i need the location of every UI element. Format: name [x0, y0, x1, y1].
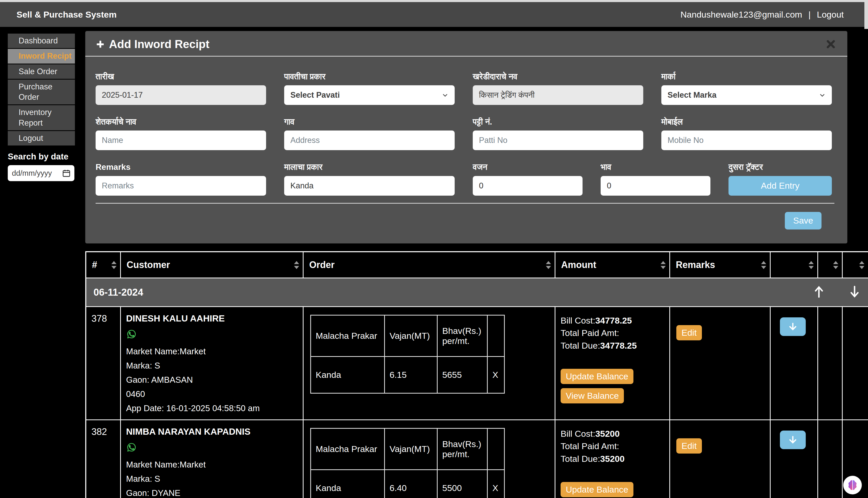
sort-icon	[859, 261, 864, 269]
scrollbar-thumb[interactable]	[864, 2, 868, 29]
order-prakar: Kanda	[311, 470, 385, 498]
order-col-vajan: Vajan(MT)	[385, 315, 437, 357]
view-balance-button[interactable]: View Balance	[561, 388, 624, 403]
sr-number: 378	[92, 313, 107, 324]
download-arrow-button[interactable]	[780, 317, 806, 336]
receipt-code: 0460	[126, 389, 298, 399]
patti-no-label: पट्टी नं.	[473, 117, 643, 126]
whatsapp-icon[interactable]	[126, 329, 137, 340]
row-378-remarks: Edit	[670, 307, 770, 419]
sidebar-item-purchase-order[interactable]: Purchase Order	[8, 80, 75, 105]
vajan-input[interactable]	[473, 176, 583, 196]
sidebar-item-logout[interactable]: Logout	[8, 131, 75, 145]
sidebar-item-inventory-report[interactable]: Inventory Report	[8, 105, 75, 130]
dusra-tractor-label: दुसरा ट्रॅक्टर	[729, 162, 832, 172]
column-header-actions-3[interactable]	[843, 252, 868, 277]
bhav-input[interactable]	[601, 176, 710, 196]
sort-icon	[111, 261, 117, 269]
mobile-label: मोबाईल	[661, 117, 832, 126]
add-entry-button[interactable]: Add Entry	[729, 176, 832, 196]
buyer-input[interactable]	[473, 85, 643, 105]
row-378-sr: 378	[86, 307, 120, 419]
arrow-down-icon[interactable]	[849, 285, 860, 299]
bill-cost-value: 34778.25	[595, 316, 632, 325]
logout-link[interactable]: Logout	[817, 10, 844, 19]
close-icon[interactable]	[826, 39, 836, 49]
row-382-spacer-1	[818, 420, 842, 498]
header-label: #	[92, 260, 97, 270]
column-header-amount[interactable]: Amount	[556, 252, 669, 277]
calendar-icon[interactable]	[62, 169, 71, 178]
pavati-label: पावतीचा प्रकार	[284, 72, 455, 81]
order-col-vajan: Vajan(MT)	[385, 429, 437, 470]
marka: Marka: S	[126, 361, 298, 370]
farmer-name-input[interactable]	[96, 131, 266, 150]
app-title: Sell & Purchase System	[16, 10, 117, 19]
add-inword-recipt-panel: Add Inword Recipt तारीख पावतीचा प्रकार S…	[85, 31, 847, 244]
pavati-select[interactable]: Select Pavati	[284, 85, 455, 105]
order-vajan: 6.40	[385, 470, 437, 498]
customer-name: DINESH KALU AAHIRE	[126, 313, 298, 324]
edit-button[interactable]: Edit	[676, 325, 702, 340]
top-navbar: Sell & Purchase System Nandushewale123@g…	[0, 2, 864, 27]
patti-no-input[interactable]	[473, 131, 643, 150]
order-col-remove	[488, 429, 505, 470]
pavati-selected-value: Select Pavati	[290, 90, 340, 100]
column-header-actions-1[interactable]	[771, 252, 817, 277]
remarks-input[interactable]	[96, 176, 266, 196]
remove-order-line-button[interactable]: X	[488, 470, 505, 498]
sidebar-item-dashboard[interactable]: Dashboard	[8, 34, 75, 48]
sidebar-item-sale-order[interactable]: Sale Order	[8, 64, 75, 79]
inword-recipt-table: # Customer Order Amount Remarks 06-11-20…	[85, 251, 868, 498]
search-by-date-label: Search by date	[8, 152, 75, 161]
date-group-row: 06-11-2024	[86, 278, 868, 306]
header-label: Order	[309, 260, 335, 270]
column-header-sr[interactable]: #	[86, 252, 120, 277]
date-placeholder: dd/mm/yyyy	[12, 169, 52, 178]
gaon: Gaon: DYANE	[126, 488, 298, 498]
remove-order-line-button[interactable]: X	[488, 357, 505, 393]
gaon-input[interactable]	[284, 131, 455, 150]
update-balance-button[interactable]: Update Balance	[561, 482, 633, 497]
extension-badge[interactable]	[843, 476, 862, 494]
row-378-order: Malacha Prakar Vajan(MT) Bhav(Rs.) per/m…	[304, 307, 555, 419]
column-header-order[interactable]: Order	[304, 252, 555, 277]
marka: Marka: S	[126, 474, 298, 484]
sort-icon	[294, 261, 299, 269]
order-bhav: 5500	[437, 470, 488, 498]
sidebar-item-inword-recipt[interactable]: Inword Recipt	[8, 49, 75, 63]
bill-cost-value: 35200	[595, 429, 620, 438]
update-balance-button[interactable]: Update Balance	[561, 369, 633, 384]
mobile-input[interactable]	[661, 131, 832, 150]
download-arrow-button[interactable]	[780, 431, 806, 449]
market-name: Market Name:Market	[126, 460, 298, 470]
sort-icon	[660, 261, 666, 269]
arrow-up-icon[interactable]	[813, 285, 825, 299]
sort-icon	[809, 261, 814, 269]
column-header-customer[interactable]: Customer	[121, 252, 303, 277]
window-top-edge	[0, 0, 868, 2]
vajan-label: वजन	[473, 162, 583, 172]
panel-title-text: Add Inword Recipt	[109, 38, 210, 51]
save-button[interactable]: Save	[785, 212, 822, 230]
sidebar: Dashboard Inword Recipt Sale Order Purch…	[8, 34, 75, 181]
row-382-expand	[771, 420, 817, 498]
column-header-remarks[interactable]: Remarks	[670, 252, 770, 277]
header-label: Customer	[126, 260, 170, 270]
header-label: Amount	[561, 260, 596, 270]
whatsapp-icon[interactable]	[126, 442, 137, 453]
mal-prakar-input[interactable]	[284, 176, 455, 196]
tarikh-input[interactable]	[96, 85, 266, 105]
buyer-label: खरेडीदाराचे नव	[473, 72, 643, 81]
farmer-name-label: शेतकर्याचे नाव	[96, 117, 266, 126]
row-382-customer: NIMBA NARAYAN KAPADNIS Market Name:Marke…	[121, 420, 303, 498]
edit-button[interactable]: Edit	[676, 438, 702, 454]
total-due-line: Total Due:34778.25	[561, 339, 664, 352]
marka-select[interactable]: Select Marka	[661, 85, 832, 105]
column-header-actions-2[interactable]	[818, 252, 842, 277]
group-date: 06-11-2024	[94, 287, 143, 298]
marka-selected-value: Select Marka	[668, 90, 717, 100]
remarks-label: Remarks	[96, 162, 266, 172]
total-due-label: Total Due:	[561, 454, 600, 464]
search-date-input[interactable]: dd/mm/yyyy	[8, 165, 75, 181]
